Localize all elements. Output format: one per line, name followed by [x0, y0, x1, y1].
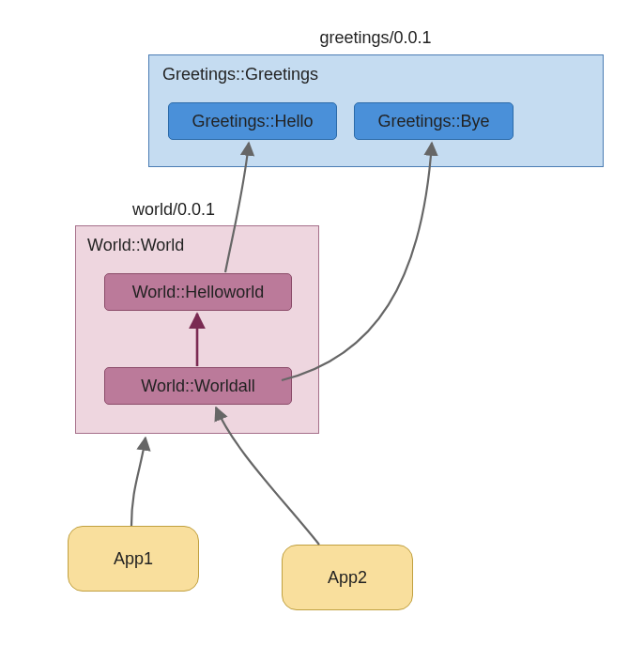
world-module-label: World::World — [87, 236, 184, 255]
greetings-title-label: greetings/0.0.1 — [282, 28, 469, 48]
greetings-hello-target: Greetings::Hello — [168, 102, 337, 140]
greetings-bye-target: Greetings::Bye — [354, 102, 514, 140]
world-title-label: world/0.0.1 — [113, 200, 235, 220]
world-package: World::World World::Helloworld World::Wo… — [75, 225, 319, 434]
world-helloworld-target: World::Helloworld — [104, 273, 292, 311]
edge-app1-world — [131, 438, 146, 526]
world-worldall-target: World::Worldall — [104, 367, 292, 405]
greetings-module-label: Greetings::Greetings — [149, 65, 616, 85]
app2-box: App2 — [282, 545, 413, 610]
greetings-package: Greetings::Greetings Greetings::Hello Gr… — [148, 54, 604, 167]
app1-box: App1 — [68, 526, 199, 592]
diagram-canvas: greetings/0.0.1 Greetings::Greetings Gre… — [0, 0, 644, 646]
